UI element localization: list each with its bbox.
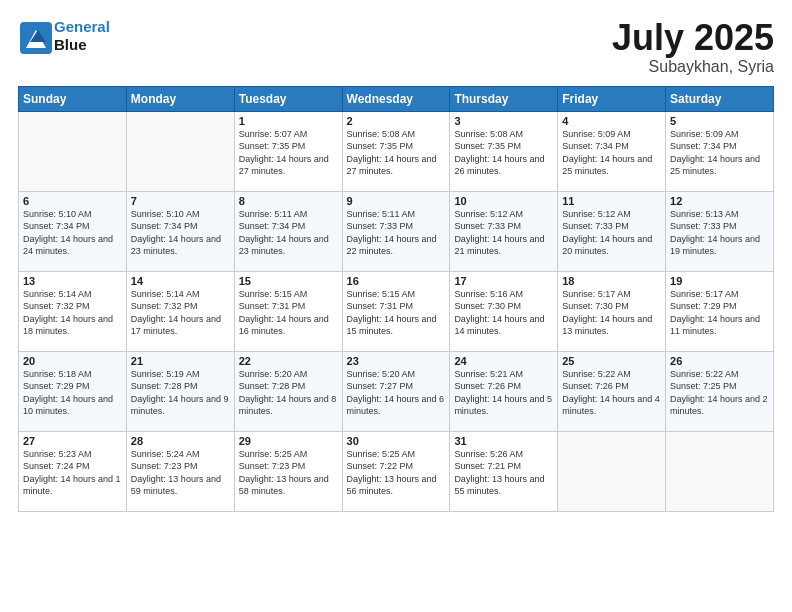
day-number: 21 [131,355,230,367]
day-info: Sunrise: 5:09 AMSunset: 7:34 PMDaylight:… [670,128,769,178]
day-cell: 22Sunrise: 5:20 AMSunset: 7:28 PMDayligh… [234,351,342,431]
day-cell: 11Sunrise: 5:12 AMSunset: 7:33 PMDayligh… [558,191,666,271]
day-info: Sunrise: 5:25 AMSunset: 7:23 PMDaylight:… [239,448,338,498]
header-day-saturday: Saturday [666,86,774,111]
day-cell: 10Sunrise: 5:12 AMSunset: 7:33 PMDayligh… [450,191,558,271]
day-number: 13 [23,275,122,287]
week-row-3: 13Sunrise: 5:14 AMSunset: 7:32 PMDayligh… [19,271,774,351]
day-cell: 6Sunrise: 5:10 AMSunset: 7:34 PMDaylight… [19,191,127,271]
logo-line2: Blue [54,36,87,53]
day-number: 16 [347,275,446,287]
day-info: Sunrise: 5:16 AMSunset: 7:30 PMDaylight:… [454,288,553,338]
day-number: 27 [23,435,122,447]
day-info: Sunrise: 5:13 AMSunset: 7:33 PMDaylight:… [670,208,769,258]
day-cell: 31Sunrise: 5:26 AMSunset: 7:21 PMDayligh… [450,431,558,511]
day-number: 22 [239,355,338,367]
day-cell: 23Sunrise: 5:20 AMSunset: 7:27 PMDayligh… [342,351,450,431]
week-row-4: 20Sunrise: 5:18 AMSunset: 7:29 PMDayligh… [19,351,774,431]
day-cell: 21Sunrise: 5:19 AMSunset: 7:28 PMDayligh… [126,351,234,431]
day-cell: 8Sunrise: 5:11 AMSunset: 7:34 PMDaylight… [234,191,342,271]
day-number: 23 [347,355,446,367]
day-cell [558,431,666,511]
day-number: 25 [562,355,661,367]
day-number: 4 [562,115,661,127]
day-cell: 20Sunrise: 5:18 AMSunset: 7:29 PMDayligh… [19,351,127,431]
day-info: Sunrise: 5:10 AMSunset: 7:34 PMDaylight:… [131,208,230,258]
day-number: 10 [454,195,553,207]
day-cell: 1Sunrise: 5:07 AMSunset: 7:35 PMDaylight… [234,111,342,191]
day-cell: 16Sunrise: 5:15 AMSunset: 7:31 PMDayligh… [342,271,450,351]
calendar-table: SundayMondayTuesdayWednesdayThursdayFrid… [18,86,774,512]
day-info: Sunrise: 5:19 AMSunset: 7:28 PMDaylight:… [131,368,230,418]
day-number: 17 [454,275,553,287]
day-info: Sunrise: 5:09 AMSunset: 7:34 PMDaylight:… [562,128,661,178]
day-number: 3 [454,115,553,127]
title-block: July 2025 Subaykhan, Syria [612,18,774,76]
day-number: 31 [454,435,553,447]
logo-icon [18,20,50,52]
day-cell: 12Sunrise: 5:13 AMSunset: 7:33 PMDayligh… [666,191,774,271]
day-info: Sunrise: 5:12 AMSunset: 7:33 PMDaylight:… [454,208,553,258]
day-number: 11 [562,195,661,207]
day-info: Sunrise: 5:20 AMSunset: 7:27 PMDaylight:… [347,368,446,418]
day-cell: 3Sunrise: 5:08 AMSunset: 7:35 PMDaylight… [450,111,558,191]
day-info: Sunrise: 5:22 AMSunset: 7:25 PMDaylight:… [670,368,769,418]
day-cell: 15Sunrise: 5:15 AMSunset: 7:31 PMDayligh… [234,271,342,351]
day-info: Sunrise: 5:11 AMSunset: 7:34 PMDaylight:… [239,208,338,258]
day-number: 5 [670,115,769,127]
day-number: 30 [347,435,446,447]
day-info: Sunrise: 5:15 AMSunset: 7:31 PMDaylight:… [239,288,338,338]
day-cell: 2Sunrise: 5:08 AMSunset: 7:35 PMDaylight… [342,111,450,191]
day-cell: 27Sunrise: 5:23 AMSunset: 7:24 PMDayligh… [19,431,127,511]
day-info: Sunrise: 5:22 AMSunset: 7:26 PMDaylight:… [562,368,661,418]
day-info: Sunrise: 5:26 AMSunset: 7:21 PMDaylight:… [454,448,553,498]
day-number: 28 [131,435,230,447]
header-day-wednesday: Wednesday [342,86,450,111]
logo-line1: General [54,18,110,35]
day-cell: 19Sunrise: 5:17 AMSunset: 7:29 PMDayligh… [666,271,774,351]
day-info: Sunrise: 5:07 AMSunset: 7:35 PMDaylight:… [239,128,338,178]
day-cell: 7Sunrise: 5:10 AMSunset: 7:34 PMDaylight… [126,191,234,271]
day-info: Sunrise: 5:20 AMSunset: 7:28 PMDaylight:… [239,368,338,418]
day-cell: 18Sunrise: 5:17 AMSunset: 7:30 PMDayligh… [558,271,666,351]
day-number: 7 [131,195,230,207]
header-row: SundayMondayTuesdayWednesdayThursdayFrid… [19,86,774,111]
header-day-sunday: Sunday [19,86,127,111]
day-info: Sunrise: 5:14 AMSunset: 7:32 PMDaylight:… [23,288,122,338]
day-cell: 25Sunrise: 5:22 AMSunset: 7:26 PMDayligh… [558,351,666,431]
day-info: Sunrise: 5:15 AMSunset: 7:31 PMDaylight:… [347,288,446,338]
day-info: Sunrise: 5:18 AMSunset: 7:29 PMDaylight:… [23,368,122,418]
day-cell [666,431,774,511]
day-number: 6 [23,195,122,207]
day-number: 15 [239,275,338,287]
day-info: Sunrise: 5:24 AMSunset: 7:23 PMDaylight:… [131,448,230,498]
day-cell [126,111,234,191]
week-row-2: 6Sunrise: 5:10 AMSunset: 7:34 PMDaylight… [19,191,774,271]
day-cell: 9Sunrise: 5:11 AMSunset: 7:33 PMDaylight… [342,191,450,271]
day-cell [19,111,127,191]
day-info: Sunrise: 5:14 AMSunset: 7:32 PMDaylight:… [131,288,230,338]
logo-text: General Blue [54,18,110,54]
day-info: Sunrise: 5:12 AMSunset: 7:33 PMDaylight:… [562,208,661,258]
day-number: 24 [454,355,553,367]
header-day-thursday: Thursday [450,86,558,111]
header-day-tuesday: Tuesday [234,86,342,111]
day-info: Sunrise: 5:08 AMSunset: 7:35 PMDaylight:… [454,128,553,178]
day-info: Sunrise: 5:25 AMSunset: 7:22 PMDaylight:… [347,448,446,498]
day-number: 20 [23,355,122,367]
day-number: 9 [347,195,446,207]
day-cell: 13Sunrise: 5:14 AMSunset: 7:32 PMDayligh… [19,271,127,351]
page: General Blue July 2025 Subaykhan, Syria … [0,0,792,612]
day-info: Sunrise: 5:10 AMSunset: 7:34 PMDaylight:… [23,208,122,258]
day-number: 8 [239,195,338,207]
day-cell: 4Sunrise: 5:09 AMSunset: 7:34 PMDaylight… [558,111,666,191]
week-row-5: 27Sunrise: 5:23 AMSunset: 7:24 PMDayligh… [19,431,774,511]
week-row-1: 1Sunrise: 5:07 AMSunset: 7:35 PMDaylight… [19,111,774,191]
day-cell: 26Sunrise: 5:22 AMSunset: 7:25 PMDayligh… [666,351,774,431]
day-cell: 5Sunrise: 5:09 AMSunset: 7:34 PMDaylight… [666,111,774,191]
day-number: 14 [131,275,230,287]
day-cell: 29Sunrise: 5:25 AMSunset: 7:23 PMDayligh… [234,431,342,511]
header-day-monday: Monday [126,86,234,111]
header-day-friday: Friday [558,86,666,111]
day-cell: 28Sunrise: 5:24 AMSunset: 7:23 PMDayligh… [126,431,234,511]
